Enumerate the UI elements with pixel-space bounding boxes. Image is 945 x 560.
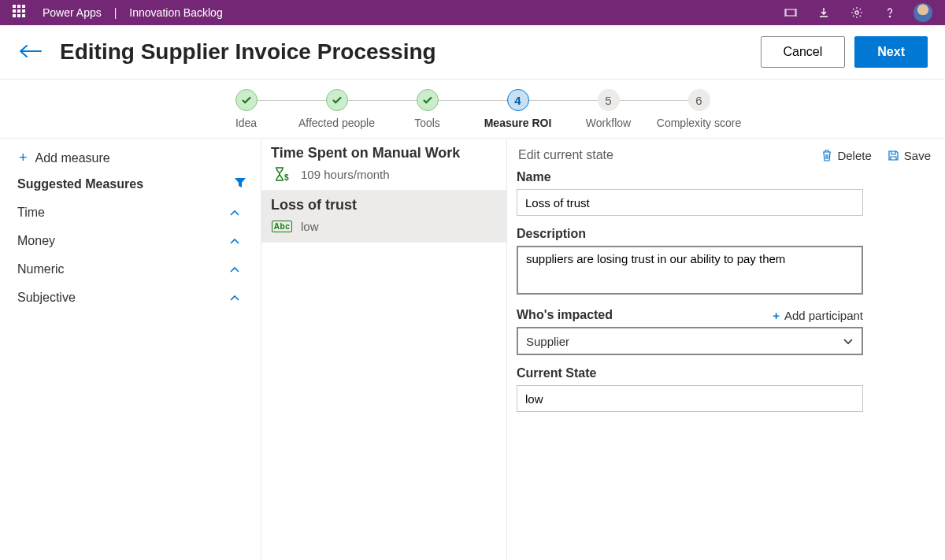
plus-icon: + (19, 150, 28, 166)
stepper: Idea Affected people Tools 4 Measure ROI… (0, 80, 945, 139)
edit-panel: Edit current state Delete Save Name Desc… (507, 139, 945, 560)
app-launcher-icon[interactable] (13, 5, 28, 20)
description-input[interactable] (517, 246, 863, 295)
cancel-button[interactable]: Cancel (761, 36, 846, 68)
page-header: Editing Supplier Invoice Processing Canc… (0, 25, 945, 80)
chevron-up-icon (229, 291, 240, 305)
current-state-label: Current State (517, 366, 931, 380)
trash-icon (821, 149, 832, 161)
fit-icon[interactable] (778, 0, 803, 25)
measure-title: Loss of trust (271, 197, 498, 213)
measure-title: Time Spent on Manual Work (271, 145, 498, 161)
text-type-icon: Abc (272, 218, 291, 234)
chevron-up-icon (229, 262, 240, 276)
save-button[interactable]: Save (888, 149, 931, 162)
step-label: Idea (201, 116, 291, 130)
step-label: Measure ROI (472, 116, 563, 130)
app-section: Innovation Backlog (129, 6, 222, 19)
step-idea[interactable]: Idea (201, 89, 291, 130)
category-time[interactable]: Time (0, 198, 261, 226)
back-button[interactable] (17, 43, 46, 61)
hourglass-dollar-icon: $ (272, 166, 291, 182)
svg-rect-0 (786, 9, 795, 16)
measures-sidebar: + Add measure Suggested Measures Time Mo… (0, 139, 261, 560)
page-title: Editing Supplier Invoice Processing (60, 39, 751, 65)
measure-card-time-spent[interactable]: Time Spent on Manual Work $ 109 hours/mo… (261, 139, 506, 191)
category-label: Money (17, 234, 55, 248)
topbar: Power Apps | Innovation Backlog (0, 0, 945, 25)
add-measure-label: Add measure (35, 151, 110, 165)
step-label: Complexity score (654, 116, 744, 130)
filter-icon[interactable] (234, 177, 246, 191)
edit-caption: Edit current state (518, 148, 806, 162)
category-subjective[interactable]: Subjective (0, 283, 261, 311)
name-label: Name (517, 170, 931, 184)
step-label: Workflow (563, 116, 654, 130)
step-measure-roi[interactable]: 4 Measure ROI (472, 89, 563, 130)
impacted-select[interactable]: Supplier (517, 327, 863, 355)
plus-icon: + (773, 309, 780, 322)
help-icon[interactable] (877, 0, 902, 25)
step-label: Affected people (291, 116, 382, 130)
step-workflow[interactable]: 5 Workflow (563, 89, 654, 130)
measure-card-loss-of-trust[interactable]: Loss of trust Abc low (261, 191, 506, 243)
divider: | (114, 6, 117, 19)
category-label: Subjective (17, 291, 76, 305)
chevron-up-icon (229, 206, 240, 220)
category-label: Time (17, 206, 45, 220)
step-tools[interactable]: Tools (382, 89, 472, 130)
add-participant-button[interactable]: + Add participant (773, 309, 863, 322)
svg-point-2 (889, 16, 891, 17)
category-money[interactable]: Money (0, 226, 261, 254)
measure-list: Time Spent on Manual Work $ 109 hours/mo… (261, 139, 507, 560)
svg-point-1 (855, 11, 858, 14)
step-complexity-score[interactable]: 6 Complexity score (654, 89, 744, 130)
impacted-label: Who's impacted (517, 308, 613, 322)
impacted-value: Supplier (526, 335, 569, 348)
add-measure-button[interactable]: + Add measure (0, 145, 261, 172)
main-body: + Add measure Suggested Measures Time Mo… (0, 139, 945, 560)
save-icon (888, 150, 899, 161)
description-label: Description (517, 227, 931, 241)
step-label: Tools (382, 116, 472, 130)
chevron-up-icon (229, 234, 240, 248)
settings-icon[interactable] (844, 0, 869, 25)
download-icon[interactable] (811, 0, 836, 25)
chevron-down-icon (843, 335, 854, 348)
current-state-input[interactable] (517, 385, 863, 412)
measure-value: 109 hours/month (301, 168, 390, 181)
step-affected-people[interactable]: Affected people (291, 89, 382, 130)
category-numeric[interactable]: Numeric (0, 254, 261, 283)
avatar[interactable] (914, 3, 932, 22)
category-label: Numeric (17, 262, 65, 276)
app-name: Power Apps (43, 6, 102, 19)
suggested-heading: Suggested Measures (17, 177, 143, 191)
delete-button[interactable]: Delete (821, 149, 871, 162)
svg-text:$: $ (284, 173, 289, 182)
measure-value: low (301, 220, 319, 233)
name-input[interactable] (517, 189, 863, 216)
next-button[interactable]: Next (854, 36, 928, 68)
